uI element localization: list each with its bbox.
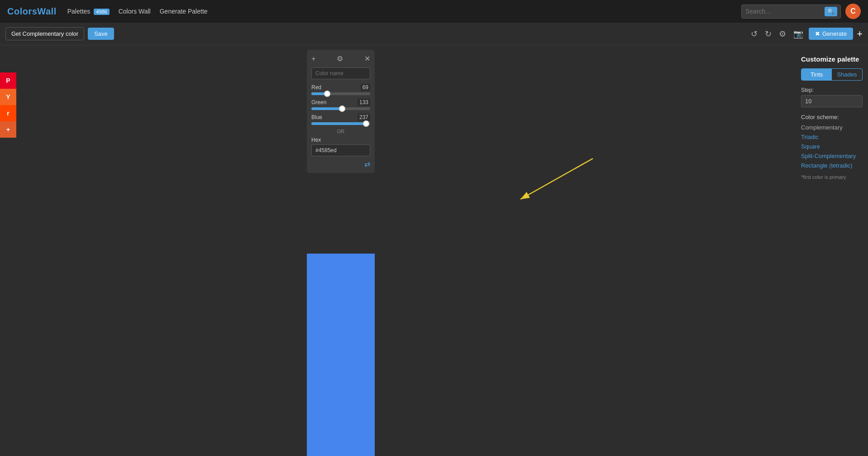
navbar: ColorsWall Palettes 4986 Colors Wall Gen… (0, 0, 868, 23)
green-slider-track[interactable] (311, 107, 370, 110)
primary-note: *first color is primary (801, 174, 863, 180)
panel-title: Customize palette (801, 55, 863, 63)
blue-slider-track[interactable] (311, 122, 370, 125)
color-name-input[interactable] (311, 67, 370, 79)
scheme-rectangle[interactable]: Rectangle (tetradic) (801, 162, 863, 169)
get-complementary-button[interactable]: Get Complementary color (5, 27, 84, 40)
color-scheme-label: Color scheme: (801, 114, 863, 120)
settings-button[interactable]: ⚙ (777, 27, 788, 41)
redo-button[interactable]: ↻ (763, 27, 773, 41)
nav-right: 🔍 C (741, 4, 861, 19)
generate-icon: ✖ (815, 30, 820, 37)
palettes-badge: 4986 (94, 9, 109, 15)
color-preview (307, 254, 375, 456)
green-label: Green (311, 99, 326, 106)
nav-generate-palette[interactable]: Generate Palette (160, 8, 208, 15)
brand-logo[interactable]: ColorsWall (7, 6, 57, 17)
toolbar: Get Complementary color Save ↺ ↻ ⚙ 📷 ✖ G… (0, 23, 868, 45)
scheme-complementary[interactable]: Complementary (801, 124, 863, 131)
save-button[interactable]: Save (88, 28, 114, 40)
add-color-icon[interactable]: + (311, 55, 315, 63)
red-slider-track[interactable] (311, 92, 370, 95)
undo-button[interactable]: ↺ (749, 27, 759, 41)
shades-tab[interactable]: Shades (832, 69, 862, 80)
green-slider-row: Green 133 (311, 99, 370, 110)
step-label: Step: (801, 87, 863, 93)
shuffle-button[interactable]: ⇄ (364, 160, 370, 168)
toolbar-right: ↺ ↻ ⚙ 📷 ✖ Generate + (749, 27, 863, 41)
or-divider: OR (311, 129, 370, 134)
close-color-icon[interactable]: ✕ (364, 54, 370, 63)
hex-label: Hex (311, 137, 370, 143)
tints-tab[interactable]: Tints (801, 69, 832, 80)
step-input[interactable] (801, 95, 863, 107)
scheme-square[interactable]: Square (801, 143, 863, 150)
generate-button[interactable]: ✖ Generate (809, 28, 853, 40)
arrow-indicator (511, 154, 602, 208)
search-input[interactable] (745, 8, 825, 15)
settings-color-icon[interactable]: ⚙ (337, 54, 343, 63)
scheme-split-complementary[interactable]: Split-Complementary (801, 153, 863, 159)
toolbar-left: Get Complementary color Save (5, 27, 114, 40)
search-box: 🔍 (741, 5, 841, 19)
color-picker-card: + ⚙ ✕ Red 69 Green 133 (307, 50, 375, 173)
red-label: Red (311, 84, 321, 91)
nav-palettes[interactable]: Palettes 4986 (67, 8, 110, 15)
nav-links: Palettes 4986 Colors Wall Generate Palet… (67, 8, 730, 15)
search-button[interactable]: 🔍 (825, 7, 837, 16)
scheme-triadic[interactable]: Triadic (801, 134, 863, 140)
add-button[interactable]: + (857, 28, 863, 40)
avatar[interactable]: C (845, 4, 861, 19)
red-value: 69 (361, 84, 370, 91)
scheme-list: Complementary Triadic Square Split-Compl… (801, 124, 863, 169)
picker-header: + ⚙ ✕ (311, 54, 370, 63)
blue-slider-row: Blue 237 (311, 114, 370, 125)
hex-input[interactable] (311, 144, 370, 156)
green-value: 133 (358, 99, 370, 106)
main-content: + ⚙ ✕ Red 69 Green 133 (0, 45, 868, 453)
image-button[interactable]: 📷 (792, 27, 805, 41)
nav-colors-wall[interactable]: Colors Wall (119, 8, 151, 15)
tab-row: Tints Shades (801, 68, 863, 81)
blue-value: 237 (358, 114, 370, 121)
svg-line-1 (520, 158, 593, 199)
blue-label: Blue (311, 114, 322, 120)
red-slider-row: Red 69 (311, 84, 370, 95)
shuffle-row: ⇄ (311, 160, 370, 168)
customize-panel: Customize palette Tints Shades Step: Col… (796, 50, 868, 185)
